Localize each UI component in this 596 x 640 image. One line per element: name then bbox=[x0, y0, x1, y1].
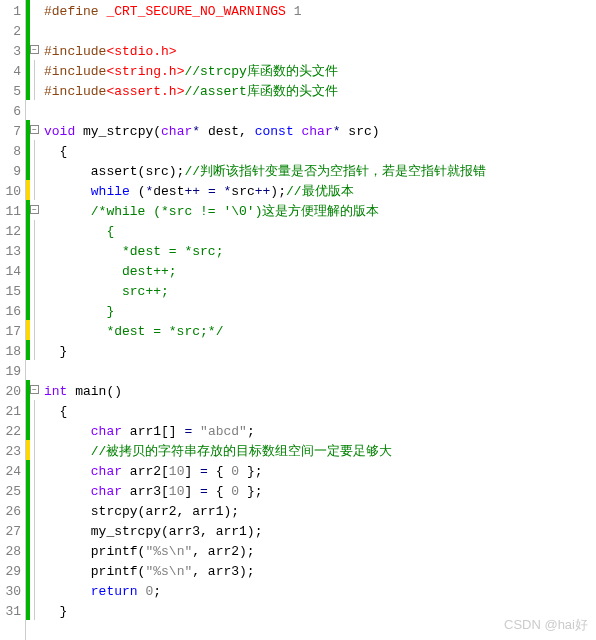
token-str: 1 bbox=[294, 4, 302, 19]
fold-guide bbox=[34, 320, 35, 340]
token-type: char bbox=[161, 124, 192, 139]
token-txt bbox=[192, 424, 200, 439]
code-line[interactable]: assert(src);//判断该指针变量是否为空指针，若是空指针就报错 bbox=[44, 162, 486, 182]
token-txt bbox=[200, 184, 208, 199]
token-cmt: { bbox=[44, 224, 114, 239]
line-number: 31 bbox=[2, 602, 21, 622]
code-line[interactable]: src++; bbox=[44, 282, 486, 302]
token-type: int bbox=[44, 384, 67, 399]
code-line[interactable]: while (*dest++ = *src++);//最优版本 bbox=[44, 182, 486, 202]
code-line[interactable] bbox=[44, 362, 486, 382]
code-line[interactable]: return 0; bbox=[44, 582, 486, 602]
fold-guide bbox=[34, 220, 35, 240]
fold-guide bbox=[34, 260, 35, 280]
token-op: ++ bbox=[255, 184, 271, 199]
token-kw: return bbox=[91, 584, 138, 599]
code-line[interactable]: #include<string.h>//strcpy库函数的头文件 bbox=[44, 62, 486, 82]
code-line[interactable]: void my_strcpy(char* dest, const char* s… bbox=[44, 122, 486, 142]
token-type: char bbox=[302, 124, 333, 139]
code-line[interactable]: strcpy(arr2, arr1); bbox=[44, 502, 486, 522]
token-inc: <assert.h> bbox=[106, 84, 184, 99]
token-kw: const bbox=[255, 124, 294, 139]
change-bar-saved bbox=[26, 580, 30, 600]
token-cmt: dest++; bbox=[44, 264, 177, 279]
code-line[interactable] bbox=[44, 22, 486, 42]
line-number: 27 bbox=[2, 522, 21, 542]
code-line[interactable]: } bbox=[44, 602, 486, 622]
code-line[interactable]: printf("%s\n", arr2); bbox=[44, 542, 486, 562]
code-area[interactable]: #define _CRT_SECURE_NO_WARNINGS 1#includ… bbox=[40, 0, 486, 640]
code-line[interactable]: { bbox=[44, 142, 486, 162]
fold-guide bbox=[34, 600, 35, 620]
code-line[interactable] bbox=[44, 102, 486, 122]
line-number: 18 bbox=[2, 342, 21, 362]
code-line[interactable]: *dest = *src; bbox=[44, 242, 486, 262]
fold-toggle-icon[interactable]: − bbox=[30, 205, 39, 214]
fold-guide bbox=[34, 580, 35, 600]
fold-toggle-icon[interactable]: − bbox=[30, 45, 39, 54]
marker-cell bbox=[26, 500, 40, 520]
token-cmt: } bbox=[44, 304, 114, 319]
token-txt: ; bbox=[153, 584, 161, 599]
token-txt: ( bbox=[130, 184, 146, 199]
code-line[interactable]: { bbox=[44, 402, 486, 422]
fold-guide bbox=[34, 300, 35, 320]
line-number: 15 bbox=[2, 282, 21, 302]
line-number: 7 bbox=[2, 122, 21, 142]
token-op: * bbox=[333, 124, 341, 139]
fold-guide bbox=[34, 520, 35, 540]
fold-guide bbox=[34, 400, 35, 420]
marker-cell: − bbox=[26, 380, 40, 400]
code-line[interactable]: { bbox=[44, 222, 486, 242]
line-number: 26 bbox=[2, 502, 21, 522]
token-txt: arr3[ bbox=[122, 484, 169, 499]
fold-guide bbox=[34, 140, 35, 160]
token-txt: } bbox=[44, 344, 67, 359]
token-cmt: *dest = *src; bbox=[44, 244, 223, 259]
code-line[interactable]: char arr3[10] = { 0 }; bbox=[44, 482, 486, 502]
code-line[interactable]: } bbox=[44, 342, 486, 362]
code-line[interactable]: /*while (*src != '\0')这是方便理解的版本 bbox=[44, 202, 486, 222]
code-line[interactable]: printf("%s\n", arr3); bbox=[44, 562, 486, 582]
token-op: * bbox=[192, 124, 200, 139]
fold-toggle-icon[interactable]: − bbox=[30, 385, 39, 394]
line-number: 4 bbox=[2, 62, 21, 82]
code-line[interactable]: dest++; bbox=[44, 262, 486, 282]
code-line[interactable]: char arr2[10] = { 0 }; bbox=[44, 462, 486, 482]
fold-guide bbox=[34, 240, 35, 260]
code-line[interactable]: int main() bbox=[44, 382, 486, 402]
token-cmt: //strcpy库函数的头文件 bbox=[184, 64, 337, 79]
code-line[interactable]: #define _CRT_SECURE_NO_WARNINGS 1 bbox=[44, 2, 486, 22]
token-str: "abcd" bbox=[200, 424, 247, 439]
marker-cell bbox=[26, 240, 40, 260]
code-line[interactable]: my_strcpy(arr3, arr1); bbox=[44, 522, 486, 542]
token-cmt: //最优版本 bbox=[286, 184, 354, 199]
code-line[interactable]: *dest = *src;*/ bbox=[44, 322, 486, 342]
line-number: 28 bbox=[2, 542, 21, 562]
change-bar-saved bbox=[26, 340, 30, 360]
token-txt: my_strcpy( bbox=[75, 124, 161, 139]
marker-cell bbox=[26, 280, 40, 300]
marker-cell bbox=[26, 520, 40, 540]
token-txt: dest, bbox=[200, 124, 255, 139]
line-number: 1 bbox=[2, 2, 21, 22]
line-number: 5 bbox=[2, 82, 21, 102]
code-line[interactable]: #include<stdio.h> bbox=[44, 42, 486, 62]
marker-cell bbox=[26, 420, 40, 440]
marker-cell bbox=[26, 340, 40, 360]
code-line[interactable]: char arr1[] = "abcd"; bbox=[44, 422, 486, 442]
line-number: 11 bbox=[2, 202, 21, 222]
line-number: 30 bbox=[2, 582, 21, 602]
change-bar-saved bbox=[26, 260, 30, 280]
token-txt: strcpy(arr2, arr1); bbox=[44, 504, 239, 519]
marker-cell bbox=[26, 80, 40, 100]
change-bar-unsaved bbox=[26, 180, 30, 200]
change-bar-saved bbox=[26, 60, 30, 80]
fold-toggle-icon[interactable]: − bbox=[30, 125, 39, 134]
code-line[interactable]: } bbox=[44, 302, 486, 322]
code-line[interactable]: #include<assert.h>//assert库函数的头文件 bbox=[44, 82, 486, 102]
line-number: 21 bbox=[2, 402, 21, 422]
token-txt: ] bbox=[184, 484, 200, 499]
marker-cell: − bbox=[26, 120, 40, 140]
code-line[interactable]: //被拷贝的字符串存放的目标数组空间一定要足够大 bbox=[44, 442, 486, 462]
